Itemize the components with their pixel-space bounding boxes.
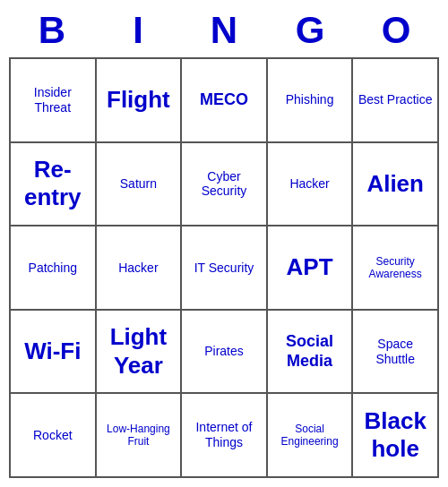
bingo-letter: G [267,9,353,52]
cell-r3-c2: Pirates [182,311,268,395]
cell-text: Low-Hanging Fruit [100,423,177,449]
cell-r1-c4: Alien [353,143,439,227]
cell-r0-c0: Insider Threat [11,59,97,143]
cell-text: Light Year [100,323,177,379]
cell-r0-c1: Flight [97,59,183,143]
cell-text: APT [287,253,333,281]
cell-text: Insider Threat [14,85,91,115]
cell-r2-c2: IT Security [182,226,268,311]
cell-text: Alien [366,170,424,198]
bingo-letter: B [9,9,95,52]
cell-text: Hacker [118,261,158,276]
bingo-letter: N [181,9,267,52]
cell-text: Social Media [271,332,349,371]
cell-text: Space Shuttle [357,337,434,367]
cell-r2-c0: Patching [11,226,97,311]
cell-text: Saturn [120,176,157,192]
cell-r3-c1: Light Year [97,311,183,395]
cell-r0-c4: Best Practice [353,59,439,143]
cell-r3-c0: Wi-Fi [11,311,97,395]
cell-r2-c3: APT [268,226,354,311]
cell-r4-c1: Low-Hanging Fruit [97,394,183,478]
cell-text: IT Security [194,261,254,276]
cell-text: Social Engineering [271,423,349,449]
cell-r4-c2: Internet of Things [182,394,268,478]
cell-text: Pirates [204,344,244,359]
bingo-letter: I [95,9,181,52]
cell-text: Phishing [286,92,334,107]
cell-text: Patching [29,261,77,276]
cell-r4-c3: Social Engineering [268,394,354,478]
cell-r3-c4: Space Shuttle [353,311,439,395]
cell-r1-c0: Re-entry [11,143,97,227]
cell-text: Hacker [289,176,329,192]
cell-text: Best Practice [358,92,432,107]
cell-r1-c3: Hacker [268,143,354,227]
bingo-grid: Insider ThreatFlightMECOPhishingBest Pra… [9,57,439,478]
cell-r1-c2: Cyber Security [182,143,268,227]
cell-text: Security Awareness [357,255,434,281]
cell-text: Flight [107,86,170,114]
cell-r4-c0: Rocket [11,394,97,478]
cell-r2-c4: Security Awareness [353,226,439,311]
bingo-header: BINGO [9,9,439,52]
cell-text: Black hole [357,407,434,463]
cell-r2-c1: Hacker [97,226,183,311]
cell-r1-c1: Saturn [97,143,183,227]
bingo-letter: O [353,9,439,52]
cell-r4-c4: Black hole [353,394,439,478]
cell-text: Wi-Fi [24,337,81,365]
cell-text: Re-entry [14,156,91,211]
cell-text: Rocket [33,428,73,443]
cell-text: Internet of Things [185,420,263,450]
cell-text: Cyber Security [185,169,263,200]
cell-r3-c3: Social Media [268,311,354,395]
cell-text: MECO [200,90,248,110]
cell-r0-c2: MECO [182,59,268,143]
cell-r0-c3: Phishing [268,59,354,143]
